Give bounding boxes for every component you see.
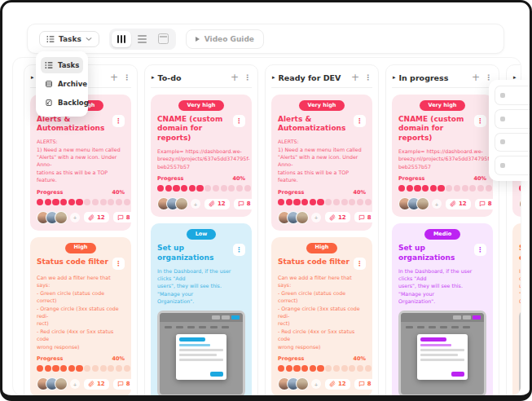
overlay-item-icon — [500, 93, 505, 98]
progress-dot — [37, 199, 43, 205]
card-menu-button[interactable]: ⋮ — [354, 115, 366, 127]
calendar-view-button[interactable] — [154, 31, 174, 47]
card-menu-button[interactable]: ⋮ — [354, 258, 366, 270]
add-card-button[interactable]: + — [231, 73, 239, 82]
progress-label: Progress — [37, 189, 63, 196]
progress-dot — [45, 365, 51, 372]
card-menu-button[interactable]: ⋮ — [112, 258, 125, 270]
collapse-arrow-icon[interactable]: ▸ — [393, 74, 396, 81]
avatar-more-badge: + — [70, 213, 80, 223]
progress-dots — [398, 185, 486, 192]
card-menu-button[interactable]: ⋮ — [233, 115, 245, 127]
card-title: Set up organizations — [519, 244, 521, 262]
card-menu-button[interactable]: ⋮ — [474, 115, 486, 127]
progress-dot — [414, 185, 420, 192]
task-card[interactable]: High Status code filter ⋮ Can we add a f… — [271, 237, 372, 396]
card-menu-button[interactable]: ⋮ — [233, 244, 245, 256]
progress-dot — [365, 199, 372, 205]
collapse-arrow-icon[interactable]: ▸ — [272, 74, 275, 81]
add-card-button[interactable]: + — [472, 73, 480, 82]
collapse-arrow-icon[interactable]: ▸ — [31, 74, 34, 81]
menu-item-tasks[interactable]: Tasks — [41, 57, 83, 73]
screenshot-content — [160, 322, 243, 333]
task-card[interactable]: High Status code filter ⋮ Can we add a f… — [30, 237, 131, 396]
card-footer: + 12 8 — [278, 377, 366, 390]
list-view-button[interactable] — [133, 31, 152, 47]
card-title: Status code filter — [278, 258, 350, 267]
paperclip-icon — [88, 381, 95, 387]
add-card-button[interactable]: + — [110, 73, 118, 82]
paperclip-icon — [88, 214, 95, 221]
task-card[interactable]: Very high CNAME (custom domain for repor… — [151, 95, 252, 217]
progress-dot — [317, 365, 323, 372]
comments-count: 8 — [247, 200, 251, 207]
comments-pill[interactable]: 8 — [113, 379, 134, 390]
attachments-pill[interactable]: 12 — [84, 212, 109, 223]
progress-dot — [317, 199, 323, 205]
column-menu-button[interactable]: ⋮ — [242, 73, 251, 82]
avatar — [519, 197, 521, 210]
overlay-item[interactable] — [495, 86, 530, 105]
progress-dots — [519, 185, 521, 192]
attachments-pill[interactable]: 12 — [84, 379, 109, 390]
tasks-dropdown-button[interactable]: Tasks — [39, 31, 99, 47]
progress-dot — [37, 365, 43, 372]
attachments-pill[interactable]: 12 — [446, 199, 471, 209]
card-menu-button[interactable]: ⋮ — [112, 115, 125, 127]
task-card[interactable]: Medio Set up organizations ⋮ In the Dash… — [392, 223, 493, 396]
progress-dot — [84, 365, 90, 372]
comments-pill[interactable]: 8 — [475, 199, 496, 209]
progress-dot — [68, 365, 75, 372]
attachment-screenshot[interactable] — [157, 311, 245, 396]
card-title: Alerts & Automatizations — [278, 115, 350, 134]
task-card[interactable]: Very high Alerts & Automatizations ⋮ ALE… — [271, 95, 372, 231]
comments-pill[interactable]: 8 — [354, 379, 376, 390]
progress-dot — [221, 185, 227, 192]
comments-pill[interactable]: 8 — [234, 199, 255, 209]
collapse-arrow-icon[interactable]: ▸ — [152, 74, 155, 81]
progress-dot — [325, 365, 332, 372]
progress-dot — [68, 199, 75, 205]
task-card[interactable]: Low Set up organizations ⋮ In the Dashbo… — [151, 223, 252, 396]
card-menu-button[interactable]: ⋮ — [474, 244, 486, 256]
add-card-button[interactable]: + — [351, 73, 359, 82]
task-card[interactable]: Very high CNAME (custom domain for repor… — [392, 95, 493, 217]
column-header: ▸ Ready for DEV + ⋮ — [271, 71, 372, 87]
tasks-list-icon — [46, 35, 55, 43]
progress-dot — [157, 185, 164, 192]
comments-pill[interactable]: 8 — [354, 212, 376, 223]
attachments-pill[interactable]: 12 — [204, 199, 230, 209]
card-title: Set up organizations — [157, 244, 230, 262]
tasks-list-icon — [45, 61, 53, 69]
menu-item-backlog[interactable]: Backlog — [41, 95, 83, 111]
toolbar: Tasks Video Guide — [27, 24, 504, 54]
attachment-screenshot[interactable] — [398, 311, 486, 396]
divider — [392, 87, 493, 88]
column-menu-button[interactable]: ⋮ — [483, 73, 492, 82]
screenshot-modal — [176, 334, 226, 380]
avatar-more-badge: + — [311, 213, 321, 223]
menu-item-label: Archive — [58, 80, 87, 88]
attachments-count: 12 — [218, 200, 226, 207]
attachments-pill[interactable]: 12 — [325, 379, 350, 390]
progress-dot — [293, 365, 300, 372]
comments-pill[interactable]: 8 — [113, 212, 134, 223]
task-card[interactable]: High Set up organizations ⋮ In the Dashb… — [512, 223, 521, 396]
progress-dot — [286, 199, 292, 205]
column-menu-button[interactable]: ⋮ — [363, 73, 372, 82]
board-view-button[interactable] — [112, 31, 131, 47]
video-guide-button[interactable]: Video Guide — [186, 29, 264, 49]
overlay-item[interactable] — [495, 133, 530, 152]
comment-icon — [358, 214, 365, 221]
attachment-screenshot[interactable] — [519, 311, 521, 396]
overlay-item-icon — [500, 139, 505, 144]
divider — [151, 87, 252, 88]
overlay-item[interactable] — [495, 156, 530, 175]
progress-label: Progress — [278, 189, 304, 196]
column-menu-button[interactable]: ⋮ — [121, 73, 130, 82]
menu-item-archive[interactable]: Archive — [41, 76, 83, 92]
attachments-pill[interactable]: 12 — [325, 212, 350, 223]
overlay-item[interactable] — [495, 109, 530, 129]
progress-dot — [76, 199, 82, 205]
avatar-group: + — [278, 377, 321, 390]
